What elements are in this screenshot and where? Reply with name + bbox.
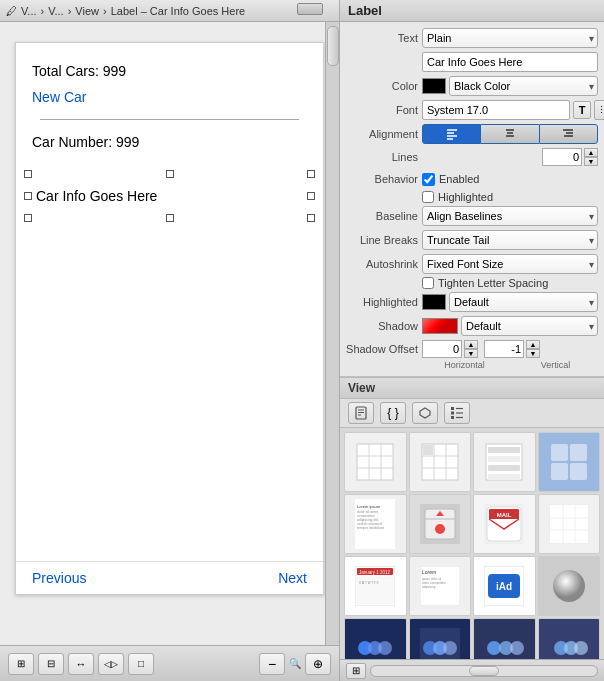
highlighted-color-row: Highlighted Default Custom...	[340, 290, 604, 314]
toolbar-btn-4[interactable]: ◁▷	[98, 653, 124, 675]
breadcrumb-label: Label – Car Info Goes Here	[111, 5, 246, 17]
thumb-3[interactable]	[473, 432, 536, 492]
svg-point-86	[510, 641, 524, 655]
handle-row-2	[24, 206, 315, 230]
baseline-select-wrapper[interactable]: Align Baselines Align Centers	[422, 206, 598, 226]
right-panel: Label Text Plain Attributed	[340, 0, 604, 681]
line-breaks-select-wrapper[interactable]: Truncate Tail Truncate Head Truncate Mid…	[422, 230, 598, 250]
breadcrumb-v1[interactable]: V...	[21, 5, 37, 17]
shadow-color-swatch[interactable]	[422, 318, 458, 334]
scrollbar-thumb[interactable]	[469, 666, 499, 676]
shadow-v-increment[interactable]: ▲	[526, 340, 540, 349]
font-field[interactable]	[422, 100, 570, 120]
shadow-h-field[interactable]	[422, 340, 462, 358]
svg-text:Lorem: Lorem	[422, 569, 436, 575]
handle-tr	[307, 170, 315, 178]
line-breaks-label: Line Breaks	[346, 234, 418, 246]
thumb-14[interactable]	[409, 618, 472, 659]
tighten-checkbox[interactable]	[422, 277, 434, 289]
text-field-input[interactable]	[422, 52, 598, 72]
text-type-select-wrapper[interactable]: Plain Attributed	[422, 28, 598, 48]
color-row: Color Black Color White Color Custom...	[340, 74, 604, 98]
shadow-h-increment[interactable]: ▲	[464, 340, 478, 349]
color-select-wrapper[interactable]: Black Color White Color Custom...	[449, 76, 598, 96]
thumb-9[interactable]: January 1 2012S M T W T F S	[344, 556, 407, 616]
text-label: Text	[346, 32, 418, 44]
baseline-row: Baseline Align Baselines Align Centers	[340, 204, 604, 228]
highlighted-checkbox[interactable]	[422, 191, 434, 203]
thumb-4[interactable]	[538, 432, 601, 492]
view-tab-code[interactable]: { }	[380, 402, 406, 424]
shadow-v-field[interactable]	[484, 340, 524, 358]
align-center-button[interactable]	[481, 124, 538, 144]
toolbar-btn-3[interactable]: ↔	[68, 653, 94, 675]
view-tab-3d[interactable]	[412, 402, 438, 424]
tighten-label: Tighten Letter Spacing	[438, 277, 548, 289]
thumb-7[interactable]: MAIL	[473, 494, 536, 554]
svg-rect-33	[488, 456, 520, 462]
color-select[interactable]: Black Color White Color Custom...	[449, 76, 598, 96]
shadow-h-decrement[interactable]: ▼	[464, 349, 478, 358]
line-breaks-row: Line Breaks Truncate Tail Truncate Head …	[340, 228, 604, 252]
breadcrumb-icon1: 🖊	[6, 5, 17, 17]
enabled-checkbox[interactable]	[422, 173, 435, 186]
align-left-button[interactable]	[422, 124, 481, 144]
lines-field[interactable]	[542, 148, 582, 166]
car-number-label: Car Number: 999	[32, 134, 307, 150]
autoshrink-select-wrapper[interactable]: Fixed Font Size Minimum Font Size Minimu…	[422, 254, 598, 274]
thumb-2[interactable]	[409, 432, 472, 492]
line-breaks-select[interactable]: Truncate Tail Truncate Head Truncate Mid…	[422, 230, 598, 250]
svg-rect-56	[549, 504, 589, 544]
toolbar-btn-5[interactable]: □	[128, 653, 154, 675]
svg-rect-14	[451, 407, 454, 410]
inspector-section-label: Text Plain Attributed Color	[340, 22, 604, 377]
shadow-select[interactable]: Default Custom...	[461, 316, 598, 336]
baseline-select[interactable]: Align Baselines Align Centers	[422, 206, 598, 226]
autoshrink-select[interactable]: Fixed Font Size Minimum Font Size Minimu…	[422, 254, 598, 274]
svg-rect-35	[488, 474, 520, 480]
thumb-11[interactable]: iAd	[473, 556, 536, 616]
thumb-16[interactable]	[538, 618, 601, 659]
resize-icon	[297, 3, 323, 15]
lines-decrement-button[interactable]: ▼	[584, 157, 598, 166]
next-button[interactable]: Next	[278, 570, 307, 586]
handle-row-1	[24, 162, 315, 186]
highlighted-color-swatch[interactable]	[422, 294, 446, 310]
thumb-5[interactable]: Lorem ipsumdolor sit amet,consecteturadi…	[344, 494, 407, 554]
shadow-select-wrapper[interactable]: Default Custom...	[461, 316, 598, 336]
toolbar-btn-1[interactable]: ⊞	[8, 653, 34, 675]
thumb-1[interactable]	[344, 432, 407, 492]
breadcrumb-view[interactable]: View	[75, 5, 99, 17]
font-T-button[interactable]: T	[573, 101, 591, 119]
highlighted-color-select[interactable]: Default Custom...	[449, 292, 598, 312]
toolbar-btn-zoom-in[interactable]: ⊕	[305, 653, 331, 675]
color-swatch[interactable]	[422, 78, 446, 94]
view-tab-list[interactable]	[444, 402, 470, 424]
svg-text:MAIL: MAIL	[497, 512, 512, 518]
previous-button[interactable]: Previous	[32, 570, 86, 586]
thumb-10[interactable]: Loremipsum dolor sitamet, consecteturadi…	[409, 556, 472, 616]
scroll-thumb[interactable]	[327, 26, 339, 66]
text-type-select[interactable]: Plain Attributed	[422, 28, 598, 48]
handle-br	[307, 214, 315, 222]
thumb-8[interactable]	[538, 494, 601, 554]
new-car-link[interactable]: New Car	[32, 89, 307, 105]
align-right-button[interactable]	[539, 124, 598, 144]
thumb-12[interactable]	[538, 556, 601, 616]
thumb-15[interactable]	[473, 618, 536, 659]
breadcrumb-v2[interactable]: V...	[48, 5, 64, 17]
bottom-scrollbar[interactable]	[370, 665, 598, 677]
view-tab-document[interactable]	[348, 402, 374, 424]
car-info-label[interactable]: Car Info Goes Here	[32, 188, 307, 204]
shadow-v-decrement[interactable]: ▼	[526, 349, 540, 358]
grid-view-button[interactable]: ⊞	[346, 663, 366, 679]
font-more-button[interactable]: ⋮	[594, 100, 604, 120]
toolbar-btn-2[interactable]: ⊟	[38, 653, 64, 675]
lines-increment-button[interactable]: ▲	[584, 148, 598, 157]
thumb-13[interactable]	[344, 618, 407, 659]
text-row: Text Plain Attributed	[340, 26, 604, 50]
highlighted-color-select-wrapper[interactable]: Default Custom...	[449, 292, 598, 312]
toolbar-btn-zoom-out[interactable]: −	[259, 653, 285, 675]
alignment-row: Alignment	[340, 122, 604, 146]
thumb-6[interactable]	[409, 494, 472, 554]
